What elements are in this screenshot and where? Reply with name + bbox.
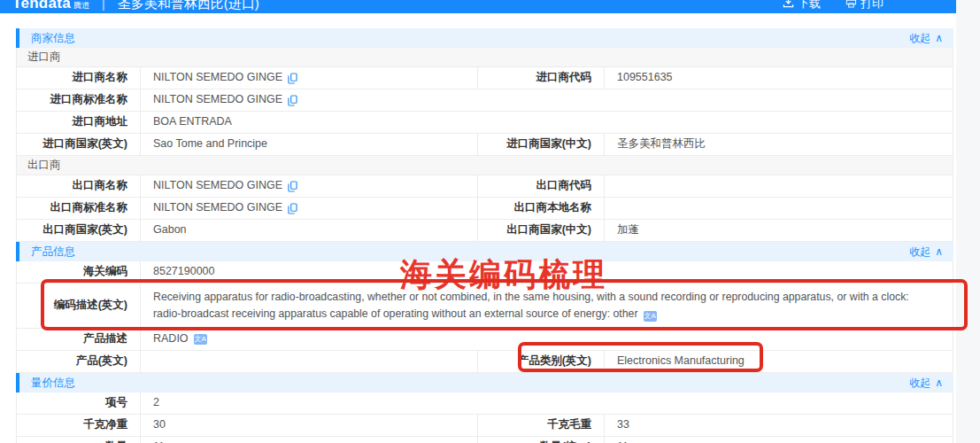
app-header: Tendata 腾道 | 圣多美和普林西比(进口) 下载 打印 (0, 0, 956, 13)
field-value-text: NILTON SEMEDO GINGE (153, 71, 282, 85)
field-value: Gabon (141, 220, 477, 241)
field-label: 出口商名称 (17, 175, 141, 197)
table-row: 产品描述RADIO文A (16, 329, 953, 351)
field-value: 11 (605, 437, 953, 443)
field-label-text: 进口商国家(英文) (42, 137, 127, 152)
field-label: 数量(统一) (477, 437, 605, 443)
field-label: 出口商本地名称 (477, 198, 605, 219)
table-row: 项号2 (16, 392, 953, 415)
field-label-text: 进口商国家(中文) (506, 137, 591, 152)
print-label: 打印 (860, 0, 884, 12)
field-value: NILTON SEMEDO GINGE (141, 198, 477, 219)
field-value: Electronics Manufacturing (605, 351, 953, 372)
page-title: 圣多美和普林西比(进口) (118, 0, 259, 12)
field-value: 加蓬 (605, 220, 953, 241)
field-label-text: 千克净重 (83, 418, 127, 432)
field-label-text: 产品描述 (83, 332, 127, 346)
field-value: Sao Tome and Principe (141, 134, 477, 155)
field-value-text: 加蓬 (617, 223, 639, 237)
field-label: 编码描述(英文) (17, 284, 141, 328)
tendata-logo: Tendata (12, 0, 71, 12)
header-divider: | (102, 0, 105, 11)
collapse-label: 收起 (909, 376, 930, 391)
field-label-text: 进口商标准名称 (50, 93, 128, 107)
table-row: 进口商标准名称NILTON SEMEDO GINGE (16, 89, 953, 112)
section-header: 商家信息收起∧ (16, 28, 953, 48)
chevron-up-icon: ∧ (935, 245, 943, 258)
field-value: NILTON SEMEDO GINGE (141, 175, 477, 197)
annotation-stamp: 海关编码梳理 (400, 253, 607, 297)
field-label: 产品描述 (17, 329, 141, 350)
field-label: 进口商国家(英文) (17, 134, 141, 155)
table-row: 出口商国家(英文)Gabon出口商国家(中文)加蓬 (16, 220, 953, 242)
field-label-text: 进口商名称 (73, 71, 128, 85)
field-label: 产品(英文) (17, 351, 141, 372)
copy-icon[interactable] (288, 181, 297, 192)
field-value: BOA ENTRADA (141, 112, 953, 133)
field-label-text: 千克毛重 (547, 418, 591, 432)
field-value-text: RADIO (153, 332, 189, 346)
collapse-button[interactable]: 收起∧ (909, 376, 943, 391)
header-actions: 下载 打印 (783, 0, 884, 12)
field-label-text: 出口商本地名称 (514, 201, 592, 215)
field-label-text: 产品(英文) (76, 354, 127, 369)
field-value: 圣多美和普林西比 (605, 134, 953, 155)
copy-icon[interactable] (288, 73, 297, 84)
table-row: 出口商标准名称NILTON SEMEDO GINGE出口商本地名称 (16, 198, 953, 220)
field-value-text: 2 (153, 396, 159, 410)
field-label: 千克净重 (17, 415, 141, 436)
download-button[interactable]: 下载 (783, 0, 821, 12)
field-value (605, 175, 953, 197)
field-label: 出口商国家(英文) (17, 220, 141, 241)
section-title: 量价信息 (31, 376, 75, 391)
table-row: 出口商名称NILTON SEMEDO GINGE出口商代码 (16, 175, 953, 198)
field-value-text: NILTON SEMEDO GINGE (153, 201, 282, 215)
chevron-up-icon: ∧ (935, 32, 943, 44)
field-label-text: 产品类别(英文) (518, 354, 591, 369)
field-label-text: 进口商代码 (536, 71, 592, 85)
field-value-text: Electronics Manufacturing (617, 354, 745, 369)
field-label: 千克毛重 (477, 415, 605, 436)
collapse-button[interactable]: 收起∧ (909, 31, 943, 46)
page-right-gutter (956, 0, 980, 443)
copy-icon[interactable] (288, 95, 297, 106)
translate-icon[interactable]: 文A (194, 334, 207, 345)
field-label-text: 出口商代码 (536, 179, 592, 193)
collapse-label: 收起 (909, 245, 930, 260)
table-row: 进口商名称NILTON SEMEDO GINGE进口商代码109551635 (16, 67, 953, 89)
field-label: 出口商国家(中文) (477, 220, 605, 241)
translate-icon[interactable]: 文A (644, 311, 657, 322)
group-subheader: 进口商 (16, 48, 953, 67)
download-label: 下载 (798, 0, 821, 12)
copy-icon[interactable] (288, 203, 297, 214)
field-label-text: 出口商国家(英文) (42, 223, 127, 237)
download-icon (783, 0, 794, 11)
field-label-text: 编码描述(英文) (54, 299, 127, 313)
field-label: 进口商名称 (17, 67, 141, 89)
field-value-text: 109551635 (617, 71, 673, 85)
print-button[interactable]: 打印 (845, 0, 884, 12)
collapse-button[interactable]: 收起∧ (909, 245, 943, 260)
field-value (141, 351, 477, 372)
field-value-text: Sao Tome and Principe (153, 137, 267, 152)
print-icon (845, 0, 857, 11)
field-value: 33 (605, 415, 953, 436)
table-row: 进口商地址BOA ENTRADA (16, 112, 953, 134)
field-value-text: 8527190000 (153, 265, 215, 279)
field-value-text: NILTON SEMEDO GINGE (153, 179, 282, 193)
field-value-text: 33 (617, 418, 629, 432)
field-label: 数量 (17, 437, 141, 443)
field-label-text: 出口商名称 (73, 179, 128, 193)
field-label: 进口商代码 (477, 67, 605, 89)
table-row: 进口商国家(英文)Sao Tome and Principe进口商国家(中文)圣… (16, 134, 953, 156)
field-value: 109551635 (605, 67, 953, 89)
field-label-text: 海关编码 (83, 265, 127, 279)
field-value: RADIO文A (141, 329, 953, 350)
field-value: 30 (141, 415, 477, 436)
field-label: 产品类别(英文) (477, 351, 605, 372)
field-label: 进口商地址 (17, 112, 141, 133)
table-row: 数量11数量(统一)11 (16, 437, 953, 443)
table-row: 产品(英文)产品类别(英文)Electronics Manufacturing (16, 351, 953, 373)
field-label-text: 出口商国家(中文) (506, 223, 591, 237)
field-value: 2 (141, 392, 953, 414)
